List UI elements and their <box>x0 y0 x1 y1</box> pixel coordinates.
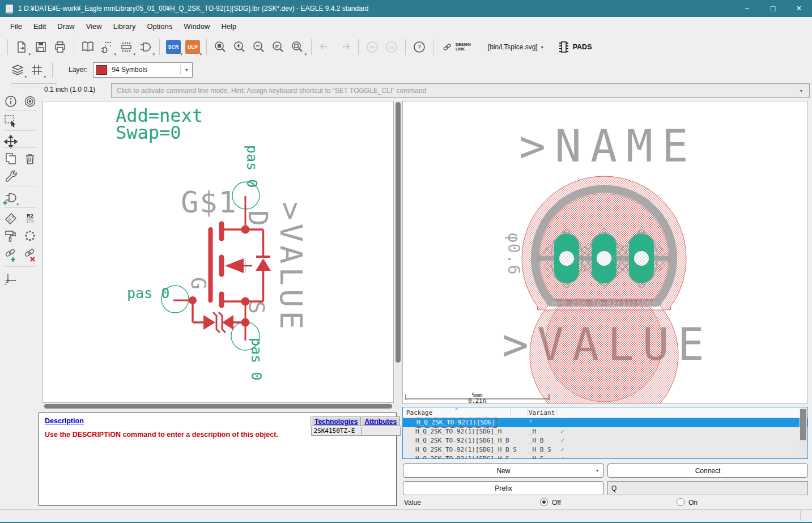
open-file-button[interactable]: ▾ <box>12 38 31 56</box>
layer-label: Layer: <box>69 66 87 74</box>
help-button[interactable]: ? <box>410 38 429 56</box>
header-variant[interactable]: Variant <box>529 409 555 416</box>
name-tool[interactable] <box>2 211 19 227</box>
value-tool-label-bottom: 10k <box>26 218 35 224</box>
group-select-tool[interactable] <box>2 113 19 129</box>
row-variant: _H_S <box>529 454 544 459</box>
design-link-button[interactable]: DESIGN LINK <box>437 42 475 52</box>
value-on-radio[interactable] <box>677 498 685 506</box>
show-tool[interactable] <box>22 93 39 109</box>
smash-tool[interactable] <box>22 228 39 244</box>
minimize-button[interactable]: − <box>734 0 760 17</box>
copy-icon <box>4 152 18 165</box>
change-tool[interactable] <box>2 168 19 184</box>
value-off-radio[interactable] <box>540 498 548 506</box>
connect-button[interactable]: Connect <box>607 464 808 478</box>
zoom-fit-button[interactable] <box>211 38 230 56</box>
undo-button[interactable] <box>316 38 335 56</box>
scrollbar-thumb[interactable] <box>396 102 401 363</box>
row-package: H_Q_2SK_TO-92(1)[SDG]_H_S <box>415 454 509 459</box>
paint-roller-icon <box>4 229 18 243</box>
row-variant: _H <box>529 427 536 436</box>
save-button[interactable] <box>31 38 50 56</box>
design-link-label-2: LINK <box>456 47 471 52</box>
zoom-in-button[interactable] <box>230 38 249 56</box>
menu-help[interactable]: Help <box>215 20 242 33</box>
header-package[interactable]: Package <box>406 409 432 416</box>
table-row[interactable]: H_Q_2SK_TO-92(1)[SDG] " ✓ <box>403 418 807 427</box>
link-remove-tool[interactable] <box>22 248 39 264</box>
cursor-icon <box>11 121 15 127</box>
package-table: ^ Package Variant H_Q_2SK_TO-92(1)[SDG] … <box>402 407 808 459</box>
chevron-down-icon: ▾ <box>541 45 543 50</box>
delete-tool[interactable] <box>22 151 39 167</box>
print-button[interactable] <box>50 38 70 56</box>
ltspice-label: [bin/LTspice.svg] <box>488 43 538 51</box>
script-button[interactable]: SCR ▾ <box>164 38 183 56</box>
ulp-button[interactable]: ULP ▾ <box>183 38 202 56</box>
add-part-tool[interactable]: ▾ <box>2 190 19 206</box>
table-row[interactable]: H_Q_2SK_TO-92(1)[SDG]_H_B_S _H_B_S ✓ <box>403 445 807 454</box>
dip-package-icon <box>558 41 569 53</box>
link-add-tool[interactable] <box>2 248 19 264</box>
device-button[interactable]: ▾ <box>97 38 117 56</box>
menu-view[interactable]: View <box>80 20 108 33</box>
menu-edit[interactable]: Edit <box>28 20 52 33</box>
value-tool[interactable]: R2 10k <box>22 211 39 227</box>
layer-color-swatch <box>96 65 107 75</box>
attributes-header[interactable]: Attributes <box>361 417 400 426</box>
technologies-header[interactable]: Technologies <box>311 417 361 426</box>
copy-tool[interactable] <box>2 151 19 167</box>
link-add-icon <box>3 249 18 263</box>
table-row[interactable]: H_Q_2SK_TO-92(1)[SDG]_H_S _H_S ✓ <box>403 454 807 459</box>
maximize-button[interactable]: □ <box>760 0 786 17</box>
info-tool[interactable] <box>2 93 19 109</box>
symbol-icon <box>138 40 153 54</box>
pin-top-name: pas 0 <box>244 145 260 188</box>
zoom-out-button[interactable] <box>249 38 269 56</box>
prefix-value-field[interactable]: Q <box>607 481 808 495</box>
description-panel: Description Use the DESCRIPTION command … <box>39 413 397 506</box>
scrollbar-thumb[interactable] <box>44 404 392 409</box>
prefix-button[interactable]: Prefix <box>403 481 604 495</box>
stop-button[interactable] <box>363 38 382 56</box>
symbol-canvas[interactable]: Add=next Swap=0 G$1 D >VALUE G S pas 0 p… <box>42 101 394 403</box>
ltspice-dropdown[interactable]: [bin/LTspice.svg] ▾ <box>483 43 548 51</box>
zoom-out-icon <box>252 40 266 54</box>
redo-button[interactable] <box>335 38 354 56</box>
go-button[interactable]: GO <box>382 38 401 56</box>
layer-settings-button[interactable]: ▾ <box>8 61 27 79</box>
symbol-horizontal-scrollbar[interactable] <box>42 403 402 410</box>
command-input[interactable]: Click to activate command line mode. Hin… <box>111 83 810 98</box>
symbol-button[interactable]: ▾ <box>136 38 155 56</box>
scrollbar-thumb[interactable] <box>800 409 806 440</box>
package-table-scrollbar[interactable] <box>800 408 807 458</box>
menu-file[interactable]: File <box>5 20 28 33</box>
menu-draw[interactable]: Draw <box>52 20 80 33</box>
technologies-table: Technologies Attributes 2SK4150TZ-E <box>311 416 401 436</box>
menu-options[interactable]: Options <box>141 20 178 33</box>
grid-button[interactable]: ▾ <box>27 61 46 79</box>
layer-selected-value: 94 Symbols <box>112 66 147 74</box>
menu-library[interactable]: Library <box>108 20 142 33</box>
statusbar-divider <box>800 511 801 521</box>
table-row[interactable]: H_Q_2SK_TO-92(1)[SDG]_H_B _H_B ✓ <box>403 436 807 445</box>
paint-tool[interactable] <box>2 228 19 244</box>
technology-value[interactable]: 2SK4150TZ-E <box>311 426 361 436</box>
symbol-vertical-scrollbar[interactable] <box>395 101 402 403</box>
menu-window[interactable]: Window <box>178 20 215 33</box>
package-button[interactable]: ▾ <box>117 38 136 56</box>
device-icon <box>100 40 114 54</box>
library-button[interactable] <box>78 38 97 56</box>
mark-tool[interactable] <box>2 271 19 287</box>
table-row[interactable]: H_Q_2SK_TO-92(1)[SDG]_H _H ✓ <box>403 427 807 436</box>
row-package: H_Q_2SK_TO-92(1)[SDG]_H_B_S <box>415 445 517 454</box>
description-link[interactable]: Description <box>45 417 84 425</box>
pads-button[interactable]: PADS <box>554 41 597 53</box>
zoom-last-button[interactable] <box>269 38 288 56</box>
new-package-button[interactable]: New ▾ <box>403 464 604 478</box>
close-button[interactable]: × <box>786 0 812 17</box>
layer-select[interactable]: 94 Symbols ▾ <box>93 62 193 78</box>
package-canvas[interactable]: >NAME >VALUE <box>402 101 807 404</box>
zoom-redraw-button[interactable]: ▾ <box>288 38 307 56</box>
